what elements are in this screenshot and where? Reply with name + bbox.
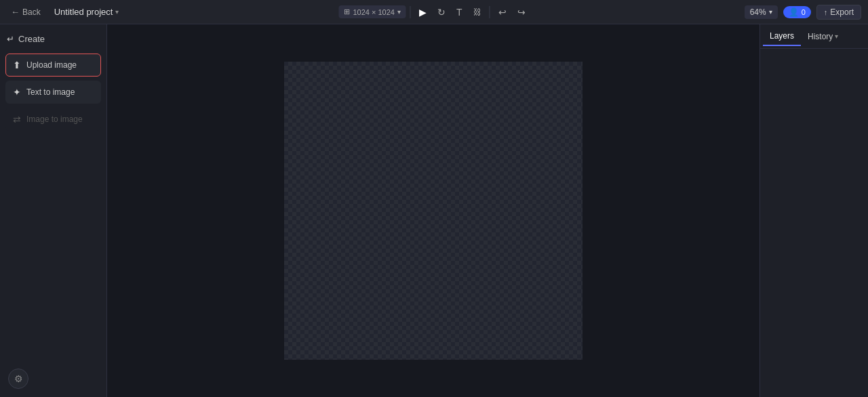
canvas-size-dropdown-icon: ▾ (397, 8, 401, 16)
project-name: Untitled project (54, 7, 113, 17)
canvas-area[interactable] (107, 24, 760, 397)
tab-layers[interactable]: Layers (763, 27, 801, 46)
link-tool-button[interactable]: ⛓ (469, 5, 486, 20)
settings-button[interactable]: ⚙ (8, 369, 28, 389)
export-label: Export (830, 7, 854, 17)
canvas-background (284, 62, 583, 360)
settings-icon: ⚙ (14, 373, 23, 384)
main-area: ↵ Create ⬆ Upload image ✦ Text to image … (0, 24, 868, 397)
redo-button[interactable]: ↪ (513, 4, 530, 20)
back-arrow-icon: ← (11, 7, 20, 17)
user-icon: 👤 (789, 7, 799, 17)
toolbar-center: ⊞ 1024 × 1024 ▾ ▶ ↻ T ⛓ ↩ ↪ (338, 4, 529, 20)
upload-image-icon: ⬆ (13, 60, 21, 70)
export-button[interactable]: ↑ Export (816, 5, 861, 20)
tab-history[interactable]: History ▾ (801, 28, 845, 45)
toolbar-left: ← Back Untitled project ▾ (7, 5, 123, 18)
user-badge: 👤 0 (783, 6, 811, 18)
zoom-value: 64% (750, 7, 766, 17)
back-label: Back (22, 7, 41, 17)
select-tool-icon: ▶ (419, 7, 427, 18)
upload-image-button[interactable]: ⬆ Upload image (5, 54, 101, 77)
toolbar-separator-2 (490, 6, 490, 18)
canvas-size-value: 1024 × 1024 (353, 8, 394, 16)
text-tool-button[interactable]: T (452, 4, 467, 20)
export-icon: ↑ (824, 8, 828, 16)
image-to-image-button[interactable]: ⇄ Image to image (5, 108, 101, 131)
right-panel: Layers History ▾ (760, 24, 868, 397)
toolbar-separator-1 (410, 6, 411, 18)
undo-icon: ↩ (498, 7, 507, 18)
rotate-tool-button[interactable]: ↻ (433, 4, 450, 20)
text-tool-icon: T (456, 7, 462, 18)
redo-icon: ↪ (517, 7, 526, 18)
tab-layers-label: Layers (770, 31, 794, 41)
canvas-container (284, 62, 583, 360)
canvas-size-icon: ⊞ (344, 7, 350, 16)
tab-history-dropdown-icon: ▾ (835, 33, 838, 40)
right-panel-header: Layers History ▾ (760, 24, 868, 49)
project-title-button[interactable]: Untitled project ▾ (50, 5, 123, 18)
back-button[interactable]: ← Back (7, 5, 45, 18)
zoom-dropdown-icon: ▾ (769, 8, 772, 16)
select-tool-button[interactable]: ▶ (415, 4, 431, 20)
image-to-image-label: Image to image (26, 114, 83, 124)
link-tool-icon: ⛓ (473, 7, 481, 17)
create-section-title: ↵ Create (5, 31, 101, 49)
top-toolbar: ← Back Untitled project ▾ ⊞ 1024 × 1024 … (0, 0, 868, 24)
rotate-tool-icon: ↻ (437, 7, 446, 18)
toolbar-right: 64% ▾ 👤 0 ↑ Export (745, 5, 861, 20)
text-to-image-button[interactable]: ✦ Text to image (5, 81, 101, 104)
zoom-button[interactable]: 64% ▾ (745, 5, 778, 19)
undo-button[interactable]: ↩ (494, 4, 511, 20)
create-icon: ↵ (7, 34, 14, 44)
project-dropdown-icon: ▾ (115, 8, 119, 16)
image-to-image-icon: ⇄ (13, 114, 21, 125)
text-to-image-label: Text to image (26, 87, 75, 97)
text-to-image-icon: ✦ (13, 87, 21, 98)
tab-history-label: History (808, 32, 833, 41)
user-count: 0 (802, 8, 806, 16)
left-panel: ↵ Create ⬆ Upload image ✦ Text to image … (0, 24, 107, 397)
canvas-size-button[interactable]: ⊞ 1024 × 1024 ▾ (338, 5, 406, 18)
create-label: Create (18, 34, 45, 44)
upload-image-label: Upload image (26, 60, 77, 70)
